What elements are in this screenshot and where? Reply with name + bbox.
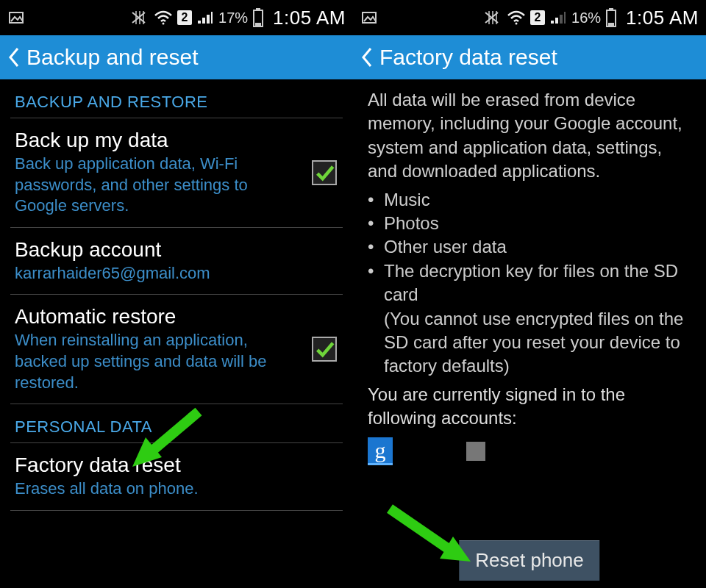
clock: 1:05 AM — [273, 7, 346, 29]
list-item: •Music — [368, 188, 691, 212]
account-placeholder-icon[interactable] — [466, 442, 485, 461]
status-bar: 2 17% 1:05 AM — [0, 0, 353, 35]
back-icon[interactable] — [360, 46, 374, 68]
battery-icon — [252, 8, 264, 27]
section-header-personal-data: PERSONAL DATA — [0, 404, 353, 442]
page-title: Factory data reset — [379, 45, 557, 70]
vibrate-icon — [130, 10, 149, 26]
checkbox-automatic-restore[interactable] — [312, 337, 337, 362]
svg-rect-11 — [608, 23, 614, 26]
screen-factory-data-reset: 2 16% 1:05 AM Factory data reset All dat… — [353, 0, 706, 588]
list-item: •Other user data — [368, 235, 691, 259]
item-title: Factory data reset — [15, 453, 338, 477]
sim-indicator: 2 — [177, 10, 192, 25]
svg-point-1 — [163, 23, 165, 25]
vibrate-icon — [483, 10, 502, 26]
item-title: Automatic restore — [15, 305, 338, 329]
factory-reset-description: All data will be erased from device memo… — [353, 79, 706, 184]
google-account-icon[interactable]: g — [368, 437, 393, 465]
svg-line-12 — [390, 509, 449, 549]
section-header-backup-restore: BACKUP AND RESTORE — [0, 79, 353, 118]
back-icon[interactable] — [7, 46, 21, 68]
status-bar: 2 16% 1:05 AM — [353, 0, 706, 35]
item-desc: When reinstalling an application, backed… — [15, 330, 294, 393]
item-desc: Erases all data on phone. — [15, 478, 294, 500]
signed-in-text: You are currently signed in to the follo… — [353, 379, 706, 431]
battery-percent: 16% — [571, 10, 601, 26]
list-item: •The decryption key for files on the SD … — [368, 259, 691, 307]
battery-percent: 17% — [218, 10, 248, 26]
battery-icon — [605, 8, 617, 27]
list-item: •Photos — [368, 212, 691, 235]
erased-items-list: •Music •Photos •Other user data •The dec… — [353, 184, 706, 379]
accounts-row: g — [353, 430, 706, 465]
item-desc: karrarhaider65@gmail.com — [15, 263, 294, 284]
clock: 1:05 AM — [626, 7, 699, 29]
item-backup-account[interactable]: Backup account karrarhaider65@gmail.com — [0, 228, 353, 295]
svg-rect-3 — [256, 8, 260, 10]
signal-icon — [549, 10, 566, 25]
item-back-up-my-data[interactable]: Back up my data Back up application data… — [0, 118, 353, 227]
signal-icon — [196, 10, 213, 25]
reset-phone-button[interactable]: Reset phone — [459, 540, 599, 581]
content: BACKUP AND RESTORE Back up my data Back … — [0, 79, 353, 511]
list-item-note: (You cannot use encrypted files on the S… — [368, 307, 691, 379]
svg-point-8 — [516, 23, 518, 25]
item-automatic-restore[interactable]: Automatic restore When reinstalling an a… — [0, 295, 353, 404]
item-title: Backup account — [15, 238, 338, 262]
svg-rect-10 — [609, 8, 613, 10]
screenshot-icon — [7, 9, 25, 26]
wifi-icon — [154, 10, 173, 26]
page-title: Backup and reset — [26, 45, 198, 70]
divider — [10, 510, 343, 511]
wifi-icon — [507, 10, 526, 26]
screen-backup-and-reset: 2 17% 1:05 AM Backup and reset BACKUP AN… — [0, 0, 353, 588]
screenshot-icon — [360, 9, 378, 26]
checkbox-back-up-my-data[interactable] — [312, 160, 337, 185]
item-factory-data-reset[interactable]: Factory data reset Erases all data on ph… — [0, 443, 353, 510]
title-bar: Backup and reset — [0, 35, 353, 79]
title-bar: Factory data reset — [353, 35, 706, 79]
sim-indicator: 2 — [530, 10, 545, 25]
item-title: Back up my data — [15, 129, 338, 152]
svg-rect-4 — [255, 23, 261, 26]
item-desc: Back up application data, Wi-Fi password… — [15, 154, 294, 217]
